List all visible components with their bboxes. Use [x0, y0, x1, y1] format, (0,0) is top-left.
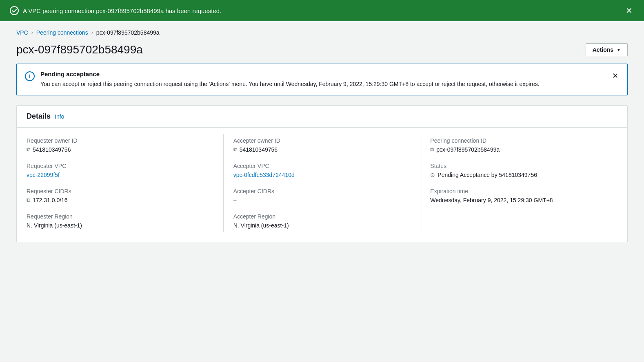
copy-icon-cidrs[interactable]: ⧉ [27, 197, 30, 203]
breadcrumb: VPC › Peering connections › pcx-097f8957… [16, 29, 628, 36]
peering-connection-id-value: ⧉ pcx-097f895702b58499a [430, 146, 617, 153]
accepter-vpc-value: vpc-0fcdfe533d724410d [233, 172, 411, 178]
detail-requester-cidrs: Requester CIDRs ⧉ 172.31.0.0/16 [27, 188, 213, 203]
detail-requester-region: Requester Region N. Virginia (us-east-1) [27, 213, 213, 229]
detail-accepter-region: Accepter Region N. Virginia (us-east-1) [233, 213, 411, 229]
details-info-link[interactable]: Info [55, 113, 64, 120]
details-grid: Requester owner ID ⧉ 541810349756 Reques… [17, 128, 627, 242]
requester-vpc-value: vpc-22099f5f [27, 172, 213, 178]
detail-accepter-cidrs: Accepter CIDRs – [233, 188, 411, 203]
detail-accepter-vpc: Accepter VPC vpc-0fcdfe533d724410d [233, 163, 411, 178]
accepter-cidrs-text: – [233, 197, 237, 203]
page-title: pcx-097f895702b58499a [16, 43, 143, 56]
accepter-owner-id-text: 541810349756 [240, 146, 278, 153]
success-banner-content: A VPC peering connection pcx-097f895702b… [10, 6, 221, 15]
banner-close-button[interactable]: ✕ [624, 5, 634, 16]
copy-icon[interactable]: ⧉ [27, 146, 30, 153]
details-card-header: Details Info [17, 106, 627, 128]
details-column-requester: Requester owner ID ⧉ 541810349756 Reques… [27, 134, 224, 232]
accepter-vpc-label: Accepter VPC [233, 163, 411, 169]
peering-connection-id-text: pcx-097f895702b58499a [436, 146, 500, 153]
status-label: Status [430, 163, 617, 169]
status-text: Pending Acceptance by 541810349756 [437, 172, 537, 178]
accepter-owner-id-value: ⧉ 541810349756 [233, 146, 411, 153]
success-banner-text: A VPC peering connection pcx-097f895702b… [23, 7, 221, 14]
detail-peering-connection-id: Peering connection ID ⧉ pcx-097f895702b5… [430, 137, 617, 153]
detail-status: Status ⊙ Pending Acceptance by 541810349… [430, 163, 617, 178]
requester-owner-id-label: Requester owner ID [27, 137, 213, 144]
info-alert-title: Pending acceptance [40, 71, 540, 77]
info-alert-close-button[interactable]: ✕ [611, 71, 619, 81]
copy-icon-peering-id[interactable]: ⧉ [430, 146, 434, 153]
details-column-accepter: Accepter owner ID ⧉ 541810349756 Accepte… [224, 134, 421, 232]
accepter-cidrs-value: – [233, 197, 411, 203]
page-header: pcx-097f895702b58499a Actions ▼ [16, 43, 628, 56]
detail-expiration-time: Expiration time Wednesday, February 9, 2… [430, 188, 617, 203]
main-content: VPC › Peering connections › pcx-097f8957… [0, 21, 644, 258]
requester-cidrs-value: ⧉ 172.31.0.0/16 [27, 197, 213, 203]
info-alert-description: You can accept or reject this peering co… [40, 80, 540, 88]
details-card: Details Info Requester owner ID ⧉ 541810… [16, 105, 628, 242]
requester-owner-id-text: 541810349756 [33, 146, 71, 153]
requester-owner-id-value: ⧉ 541810349756 [27, 146, 213, 153]
clock-icon: ⊙ [430, 172, 435, 178]
peering-connection-id-label: Peering connection ID [430, 137, 617, 144]
breadcrumb-current: pcx-097f895702b58499a [96, 29, 160, 36]
detail-requester-vpc: Requester VPC vpc-22099f5f [27, 163, 213, 178]
requester-cidrs-text: 172.31.0.0/16 [33, 197, 68, 203]
detail-accepter-owner-id: Accepter owner ID ⧉ 541810349756 [233, 137, 411, 153]
info-alert: i Pending acceptance You can accept or r… [16, 64, 628, 95]
actions-button-label: Actions [593, 46, 613, 53]
requester-region-text: N. Virginia (us-east-1) [27, 222, 82, 229]
breadcrumb-separator-1: › [31, 30, 33, 35]
requester-vpc-label: Requester VPC [27, 163, 213, 169]
accepter-cidrs-label: Accepter CIDRs [233, 188, 411, 194]
requester-cidrs-label: Requester CIDRs [27, 188, 213, 194]
requester-region-label: Requester Region [27, 213, 213, 220]
info-icon: i [25, 71, 35, 84]
details-section-title: Details [27, 112, 51, 121]
accepter-region-text: N. Virginia (us-east-1) [233, 222, 289, 229]
accepter-owner-id-label: Accepter owner ID [233, 137, 411, 144]
accepter-vpc-link[interactable]: vpc-0fcdfe533d724410d [233, 172, 295, 178]
requester-region-value: N. Virginia (us-east-1) [27, 222, 213, 229]
success-icon [10, 6, 19, 15]
actions-button[interactable]: Actions ▼ [586, 43, 628, 56]
accepter-region-value: N. Virginia (us-east-1) [233, 222, 411, 229]
chevron-down-icon: ▼ [617, 48, 621, 52]
details-column-connection: Peering connection ID ⧉ pcx-097f895702b5… [420, 134, 617, 232]
detail-requester-owner-id: Requester owner ID ⧉ 541810349756 [27, 137, 213, 153]
expiration-time-text: Wednesday, February 9, 2022, 15:29:30 GM… [430, 197, 553, 203]
info-alert-content: Pending acceptance You can accept or rej… [40, 71, 540, 88]
requester-vpc-link[interactable]: vpc-22099f5f [27, 172, 60, 178]
accepter-region-label: Accepter Region [233, 213, 411, 220]
expiration-time-value: Wednesday, February 9, 2022, 15:29:30 GM… [430, 197, 617, 203]
copy-icon-accepter-owner[interactable]: ⧉ [233, 146, 237, 153]
breadcrumb-peering-link[interactable]: Peering connections [36, 29, 88, 36]
expiration-time-label: Expiration time [430, 188, 617, 194]
breadcrumb-vpc-link[interactable]: VPC [16, 29, 28, 36]
success-banner: A VPC peering connection pcx-097f895702b… [0, 0, 644, 21]
breadcrumb-separator-2: › [91, 30, 93, 35]
info-alert-body: i Pending acceptance You can accept or r… [25, 71, 540, 88]
svg-point-0 [10, 7, 18, 15]
svg-text:i: i [29, 73, 31, 79]
status-value: ⊙ Pending Acceptance by 541810349756 [430, 172, 617, 178]
